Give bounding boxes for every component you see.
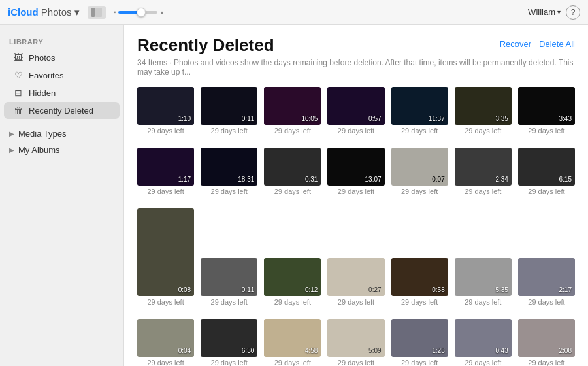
list-item: 18:31 29 days left xyxy=(201,148,257,195)
list-item: 3:43 29 days left xyxy=(518,87,575,135)
photo-grid-row-2: 1:17 29 days left 18:31 29 days left 0:3… xyxy=(137,148,575,195)
photo-thumbnail[interactable]: 0:11 xyxy=(201,258,257,296)
days-left-label: 29 days left xyxy=(465,298,501,306)
photo-thumbnail[interactable]: 5:09 xyxy=(327,319,384,357)
photos-icon: 🖼 xyxy=(13,52,24,63)
photo-thumbnail[interactable]: 0:08 xyxy=(137,208,194,296)
photo-thumbnail[interactable]: 11:37 xyxy=(391,87,448,125)
svg-rect-0 xyxy=(91,8,95,17)
list-item: 2:34 29 days left xyxy=(455,148,512,195)
recover-button[interactable]: Recover xyxy=(500,39,531,49)
app-header: iCloud Photos ▾ ▪ ▪ William ▾ ? xyxy=(0,0,588,25)
chevron-right-icon: ▶ xyxy=(9,130,14,137)
sidebar-item-hidden[interactable]: ⊟ Hidden xyxy=(4,84,120,101)
photo-thumbnail[interactable]: 3:35 xyxy=(455,87,512,125)
user-menu-button[interactable]: William ▾ xyxy=(528,7,561,17)
favorites-icon: ♡ xyxy=(13,70,24,80)
photo-thumbnail[interactable]: 18:31 xyxy=(201,148,257,186)
list-item: 5:09 29 days left xyxy=(327,319,384,366)
content-header: Recently Deleted Recover Delete All xyxy=(137,35,575,56)
photo-thumbnail[interactable]: 2:17 xyxy=(518,258,575,296)
sidebar-item-favorites-label: Favorites xyxy=(29,71,63,80)
photo-thumbnail[interactable]: 1:10 xyxy=(137,87,194,125)
app-logo: iCloud Photos ▾ xyxy=(8,7,80,18)
sidebar-item-photos[interactable]: 🖼 Photos xyxy=(4,49,120,66)
sidebar-item-favorites[interactable]: ♡ Favorites xyxy=(4,67,120,84)
photo-thumbnail[interactable]: 5:35 xyxy=(455,258,512,296)
photo-thumbnail[interactable]: 0:43 xyxy=(455,319,512,357)
chevron-right-icon: ▶ xyxy=(9,146,14,154)
duration-badge: 0:43 xyxy=(495,347,508,354)
days-left-label: 29 days left xyxy=(338,188,374,195)
zoom-slider[interactable] xyxy=(118,11,157,14)
photo-grid-row-3: 0:08 29 days left 0:11 29 days left 0:12… xyxy=(137,208,575,306)
list-item: 5:35 29 days left xyxy=(455,258,512,306)
photo-thumbnail[interactable]: 6:15 xyxy=(518,148,575,186)
content-area: Recently Deleted Recover Delete All 34 I… xyxy=(124,25,588,366)
photo-thumbnail[interactable]: 0:57 xyxy=(327,87,384,125)
list-item: 10:05 29 days left xyxy=(264,87,321,135)
photo-thumbnail[interactable]: 3:43 xyxy=(518,87,575,125)
photo-thumbnail[interactable]: 0:31 xyxy=(264,148,321,186)
photo-thumbnail[interactable]: 0:04 xyxy=(137,319,194,357)
duration-badge: 0:31 xyxy=(305,176,318,183)
hidden-icon: ⊟ xyxy=(13,88,24,98)
sidebar-item-hidden-label: Hidden xyxy=(29,88,56,98)
duration-badge: 2:34 xyxy=(495,176,508,183)
sidebar-group-my-albums-label: My Albums xyxy=(18,145,60,155)
sidebar-item-recently-deleted[interactable]: 🗑 Recently Deleted xyxy=(4,102,120,119)
trash-icon: 🗑 xyxy=(13,105,24,116)
zoom-large-icon: ▪ xyxy=(160,7,163,18)
sidebar-group-media-types[interactable]: ▶ Media Types xyxy=(0,125,123,142)
days-left-label: 29 days left xyxy=(528,127,564,135)
delete-all-button[interactable]: Delete All xyxy=(539,39,575,49)
photo-thumbnail[interactable]: 1:17 xyxy=(137,148,194,186)
photo-thumbnail[interactable]: 0:12 xyxy=(264,258,321,296)
duration-badge: 0:58 xyxy=(432,286,444,293)
duration-badge: 18:31 xyxy=(238,176,254,183)
duration-badge: 6:15 xyxy=(559,176,572,183)
photo-thumbnail[interactable]: 13:07 xyxy=(327,148,384,186)
photo-thumbnail[interactable]: 0:58 xyxy=(391,258,448,296)
photo-thumbnail[interactable]: 2:34 xyxy=(455,148,512,186)
photo-thumbnail[interactable]: 2:08 xyxy=(518,319,575,357)
sidebar-item-recently-deleted-label: Recently Deleted xyxy=(29,106,93,116)
list-item: 0:11 29 days left xyxy=(201,258,257,306)
list-item: 2:17 29 days left xyxy=(518,258,575,306)
photo-thumbnail[interactable]: 4:58 xyxy=(264,319,321,357)
duration-badge: 5:35 xyxy=(495,286,508,293)
list-item: 6:15 29 days left xyxy=(518,148,575,195)
list-item: 0:08 29 days left xyxy=(137,208,194,306)
photo-thumbnail[interactable]: 0:27 xyxy=(327,258,384,296)
photo-thumbnail[interactable]: 1:23 xyxy=(391,319,448,357)
days-left-label: 29 days left xyxy=(147,298,184,306)
header-left: iCloud Photos ▾ ▪ ▪ xyxy=(8,6,163,19)
duration-badge: 0:08 xyxy=(178,286,191,293)
photo-thumbnail[interactable]: 6:30 xyxy=(201,319,257,357)
help-button[interactable]: ? xyxy=(566,5,580,20)
days-left-label: 29 days left xyxy=(528,298,564,306)
duration-badge: 0:04 xyxy=(178,347,191,354)
page-title: Recently Deleted xyxy=(137,35,274,56)
days-left-label: 29 days left xyxy=(338,127,374,135)
duration-badge: 1:23 xyxy=(432,347,444,354)
photo-thumbnail[interactable]: 10:05 xyxy=(264,87,321,125)
list-item: 0:12 29 days left xyxy=(264,258,321,306)
zoom-slider-container: ▪ ▪ xyxy=(114,7,164,18)
photo-thumbnail[interactable]: 0:11 xyxy=(201,87,257,125)
list-item: 13:07 29 days left xyxy=(327,148,384,195)
sidebar-group-my-albums[interactable]: ▶ My Albums xyxy=(0,142,123,158)
duration-badge: 1:10 xyxy=(178,115,191,122)
duration-badge: 0:27 xyxy=(368,286,381,293)
days-left-label: 29 days left xyxy=(401,359,438,366)
sidebar-group-media-types-label: Media Types xyxy=(18,129,66,139)
list-item: 0:27 29 days left xyxy=(327,258,384,306)
sidebar-toggle-button[interactable] xyxy=(88,6,106,19)
list-item: 0:04 29 days left xyxy=(137,319,194,366)
days-left-label: 29 days left xyxy=(528,188,564,195)
sidebar: Library 🖼 Photos ♡ Favorites ⊟ Hidden 🗑 … xyxy=(0,25,124,366)
zoom-slider-thumb[interactable] xyxy=(137,8,146,17)
zoom-small-icon: ▪ xyxy=(114,8,116,16)
days-left-label: 29 days left xyxy=(274,359,311,366)
photo-thumbnail[interactable]: 0:07 xyxy=(391,148,448,186)
